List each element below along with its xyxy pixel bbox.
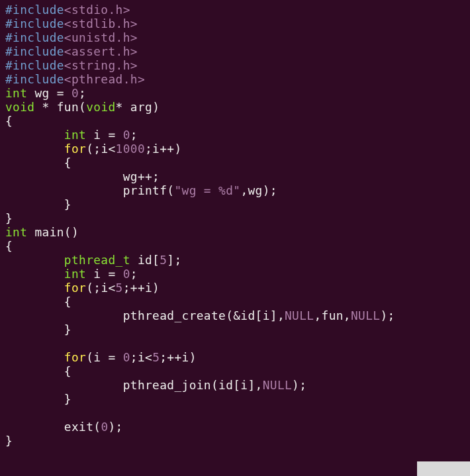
code-token (5, 322, 64, 336)
code-token: #include (5, 17, 64, 30)
code-token: #include (5, 72, 64, 86)
code-token: NULL (285, 309, 314, 322)
code-line: #include<assert.h> (5, 44, 138, 58)
code-token: int (5, 225, 27, 239)
code-line: } (5, 392, 71, 406)
code-token (5, 267, 64, 281)
code-token: { (5, 114, 13, 128)
code-token: * (116, 100, 130, 114)
code-token: ; (79, 86, 86, 100)
code-token: { (64, 156, 71, 169)
code-token: = (57, 86, 71, 100)
code-line: { (5, 295, 71, 309)
code-token: ;++i) (160, 350, 197, 364)
code-line: } (5, 434, 13, 448)
code-token: ;i++) (145, 142, 182, 156)
code-token: * (34, 100, 56, 114)
code-line: exit(0); (5, 420, 123, 434)
code-token: } (64, 392, 71, 406)
code-line: } (5, 322, 71, 336)
code-token: int (5, 86, 27, 100)
code-token: fun (57, 100, 79, 114)
code-line: for(;i<5;++i) (5, 281, 160, 295)
code-token: int (64, 267, 86, 281)
code-token: NULL (351, 309, 380, 322)
code-token (5, 142, 64, 156)
code-token: () (64, 225, 79, 239)
code-token: = (109, 350, 123, 364)
code-token (5, 197, 64, 211)
code-line: { (5, 364, 71, 378)
code-token: { (64, 364, 71, 378)
code-token: ; (130, 128, 138, 142)
code-token: ; (130, 267, 138, 281)
code-token (5, 392, 64, 406)
code-token: pthread_t (64, 253, 130, 267)
code-line: pthread_join(id[i],NULL); (5, 378, 306, 392)
code-token: int (64, 128, 86, 142)
code-token: ( (79, 100, 86, 114)
code-line: { (5, 156, 71, 169)
code-token: ,wg); (240, 183, 277, 197)
code-token (5, 253, 64, 267)
code-token: 0 (101, 420, 108, 434)
code-token: { (5, 239, 13, 253)
code-token: pthread_join(id[i], (5, 378, 263, 392)
code-token: for (64, 142, 86, 156)
code-token: void (5, 100, 34, 114)
code-token: { (64, 295, 71, 309)
code-line: int wg = 0; (5, 86, 86, 100)
code-token: ) (152, 100, 160, 114)
watermark-blur (417, 461, 470, 476)
code-line: int i = 0; (5, 128, 138, 142)
code-token: 5 (152, 350, 160, 364)
code-token: i (86, 128, 108, 142)
code-token (27, 225, 34, 239)
code-token (5, 295, 64, 309)
code-token: 0 (123, 350, 130, 364)
code-line: pthread_create(&id[i],NULL,fun,NULL); (5, 309, 395, 322)
code-token: = (109, 128, 123, 142)
code-token: main (34, 225, 64, 239)
code-token: arg (130, 100, 152, 114)
code-token: ]; (167, 253, 181, 267)
code-token: ); (380, 309, 395, 322)
code-token: } (5, 434, 13, 448)
code-line: { (5, 239, 13, 253)
code-line: wg++; (5, 169, 160, 183)
code-line: #include<string.h> (5, 58, 138, 72)
code-line: int i = 0; (5, 267, 138, 281)
code-token: wg++; (5, 169, 160, 183)
code-token: (i (86, 350, 108, 364)
code-token: <unistd.h> (64, 30, 138, 44)
code-token: (;i< (86, 142, 115, 156)
code-token: <stdio.h> (64, 3, 130, 17)
code-line: #include<stdlib.h> (5, 17, 138, 30)
code-token: 1000 (116, 142, 145, 156)
code-token: id[ (130, 253, 160, 267)
code-token: 0 (123, 128, 130, 142)
code-token: } (64, 322, 71, 336)
code-token: void (86, 100, 115, 114)
code-line: for(i = 0;i<5;++i) (5, 350, 197, 364)
code-token: } (64, 197, 71, 211)
code-token: <assert.h> (64, 44, 138, 58)
code-token (5, 364, 64, 378)
code-token: "wg = %d" (174, 183, 240, 197)
code-token: 5 (116, 281, 123, 295)
code-token: 0 (123, 267, 130, 281)
code-token (5, 128, 64, 142)
code-line: } (5, 211, 13, 225)
code-token: wg (27, 86, 56, 100)
code-token: (;i< (86, 281, 115, 295)
code-line: #include<stdio.h> (5, 3, 130, 17)
code-token: #include (5, 30, 64, 44)
code-token: = (109, 267, 123, 281)
code-line: pthread_t id[5]; (5, 253, 182, 267)
code-token: exit( (5, 420, 101, 434)
code-token: #include (5, 3, 64, 17)
code-line: printf("wg = %d",wg); (5, 183, 277, 197)
code-token: ;++i) (123, 281, 160, 295)
code-token: } (5, 211, 13, 225)
code-token: <pthread.h> (64, 72, 145, 86)
